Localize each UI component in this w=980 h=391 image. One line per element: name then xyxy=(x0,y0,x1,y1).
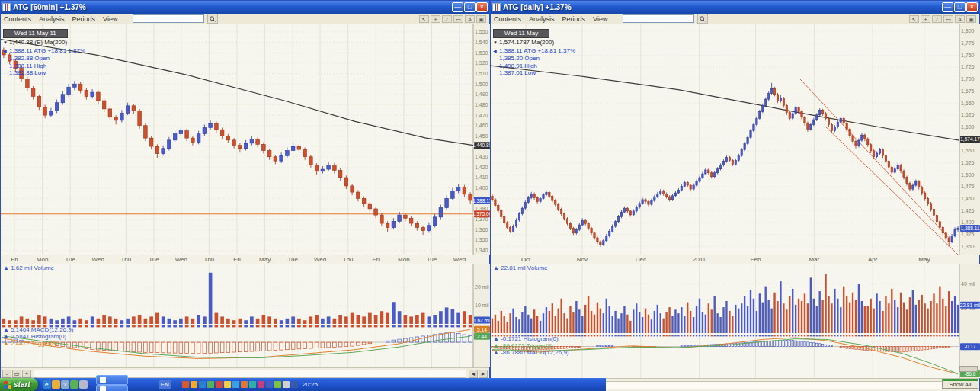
window-title: ATG [daily] +1.37% xyxy=(503,3,940,11)
svg-text:1,360: 1,360 xyxy=(475,227,488,232)
search-icon[interactable] xyxy=(207,14,218,24)
menu-analysis[interactable]: Analysis xyxy=(39,15,65,23)
volume-panel[interactable]: 40 mil20 mil22.81 mil xyxy=(491,264,980,334)
symbol-search-input[interactable] xyxy=(133,14,204,23)
show-all-button[interactable]: Show All xyxy=(942,379,978,389)
tray-icon-11[interactable] xyxy=(266,381,273,388)
time-tick: Fri xyxy=(5,256,24,263)
time-tick: Fri xyxy=(227,256,247,263)
svg-text:5.14: 5.14 xyxy=(477,327,487,332)
time-tick: Tue xyxy=(60,256,80,263)
crosshair-tool-icon[interactable]: + xyxy=(921,15,930,23)
symbol-search-input[interactable] xyxy=(623,14,694,23)
tray-icon-9[interactable] xyxy=(249,381,256,388)
rectangle-tool-icon[interactable]: ▭ xyxy=(453,15,463,23)
zoom-reset-button[interactable]: ▭ xyxy=(12,370,21,378)
svg-text:20 mil: 20 mil xyxy=(475,284,489,290)
trendline-tool-icon[interactable]: ∕ xyxy=(442,15,452,23)
tray-icon-14[interactable] xyxy=(291,381,298,388)
trendline-tool-icon[interactable]: ∕ xyxy=(932,15,942,23)
svg-text:1,490: 1,490 xyxy=(475,91,488,97)
volume-panel[interactable]: 20 mil10 mil1.62 mil xyxy=(1,264,491,325)
text-tool-icon[interactable]: A xyxy=(955,15,965,23)
maximize-button[interactable]: □ xyxy=(954,2,966,12)
text-tool-icon[interactable]: A xyxy=(465,15,475,23)
rectangle-tool-icon[interactable]: ▭ xyxy=(943,15,953,23)
tray-icon-8[interactable] xyxy=(241,381,248,388)
titlebar-right[interactable]: ATG [daily] +1.37% — □ × xyxy=(491,1,979,14)
close-button[interactable]: × xyxy=(476,2,488,12)
menu-view[interactable]: View xyxy=(103,15,117,23)
close-button[interactable]: × xyxy=(966,2,978,12)
quick-launch: e? xyxy=(43,380,91,389)
tray-icon-4[interactable] xyxy=(207,381,214,388)
time-tick: Feb xyxy=(745,256,765,263)
language-indicator[interactable]: EN xyxy=(159,380,171,389)
minimize-button[interactable]: — xyxy=(452,2,463,12)
save-icon[interactable]: ▣ xyxy=(966,15,976,23)
zoom-in-button[interactable]: + xyxy=(22,370,31,378)
quicklaunch-media-icon[interactable] xyxy=(70,380,78,389)
svg-text:1,725: 1,725 xyxy=(961,64,975,69)
macd-panel-button[interactable] xyxy=(959,366,978,372)
scroll-right-button[interactable]: ► xyxy=(479,370,488,378)
time-tick: Tue xyxy=(283,256,303,263)
tray-icon-13[interactable] xyxy=(283,381,290,388)
svg-text:1,340: 1,340 xyxy=(475,248,488,253)
tray-icon-7[interactable] xyxy=(232,381,239,388)
svg-text:1,540: 1,540 xyxy=(475,40,488,45)
tray-icon-12[interactable] xyxy=(274,381,281,388)
svg-text:-0.17: -0.17 xyxy=(964,344,975,349)
search-icon[interactable] xyxy=(697,14,708,24)
menu-periods[interactable]: Periods xyxy=(72,15,96,23)
tray-icon-2[interactable] xyxy=(191,381,197,388)
price-chart[interactable]: 1,3501,3751,4001,4251,4501,4751,5001,525… xyxy=(491,24,980,255)
tray-icon-6[interactable] xyxy=(224,381,231,388)
start-button[interactable]: start xyxy=(0,378,38,391)
time-tick: Tue xyxy=(144,256,164,263)
menu-view[interactable]: View xyxy=(593,15,607,23)
menu-contents[interactable]: Contents xyxy=(4,15,31,23)
price-chart[interactable]: 1,3401,3501,3601,3701,3801,3901,4001,410… xyxy=(1,24,491,255)
menu-periods[interactable]: Periods xyxy=(562,15,586,23)
pointer-tool-icon[interactable]: ↖ xyxy=(909,15,919,23)
taskbar: start e? EN 20:25 xyxy=(0,378,606,391)
windows-logo-icon xyxy=(4,381,11,389)
quicklaunch-folder-icon[interactable] xyxy=(52,380,60,389)
scroll-left-button[interactable]: ◄ xyxy=(469,370,478,378)
quicklaunch-app-icon[interactable] xyxy=(79,380,88,389)
tray-icon-3[interactable] xyxy=(199,381,206,388)
macd-panel[interactable]: 5.142.44 xyxy=(1,325,491,367)
svg-text:1,625: 1,625 xyxy=(961,112,975,117)
time-tick: Thu xyxy=(116,256,136,263)
quicklaunch-browser-icon[interactable]: e xyxy=(43,380,51,389)
svg-text:1,510: 1,510 xyxy=(475,71,488,76)
svg-text:1,410: 1,410 xyxy=(475,175,488,180)
time-tick: Thu xyxy=(338,256,358,263)
tray-icon-10[interactable] xyxy=(258,381,264,388)
menu-contents[interactable]: Contents xyxy=(494,15,521,23)
taskbar-window-button[interactable] xyxy=(96,385,128,391)
crosshair-tool-icon[interactable]: + xyxy=(431,15,440,23)
menu-analysis[interactable]: Analysis xyxy=(529,15,555,23)
svg-text:1,700: 1,700 xyxy=(961,76,975,82)
save-icon[interactable]: ▣ xyxy=(476,15,486,23)
app-icon xyxy=(492,3,501,11)
taskbar-window-button[interactable] xyxy=(96,375,128,385)
tray-icon-1[interactable] xyxy=(182,381,189,388)
zoom-out-button[interactable]: - xyxy=(2,370,11,378)
minimize-button[interactable]: — xyxy=(942,2,953,12)
svg-text:1,500: 1,500 xyxy=(961,172,975,178)
maximize-button[interactable]: □ xyxy=(464,2,476,12)
svg-text:1,350: 1,350 xyxy=(475,237,488,242)
pointer-tool-icon[interactable]: ↖ xyxy=(419,15,429,23)
titlebar-left[interactable]: ATG [60min] +1.37% — □ × xyxy=(1,1,489,14)
time-tick: Thu xyxy=(199,256,219,263)
tray-icon-5[interactable] xyxy=(216,381,223,388)
quicklaunch-help-icon[interactable]: ? xyxy=(61,380,69,389)
system-tray: 20:25 xyxy=(178,381,322,388)
svg-text:1,420: 1,420 xyxy=(475,165,488,170)
svg-text:1,430: 1,430 xyxy=(475,154,488,159)
macd-panel[interactable]: -0.17-86.6 xyxy=(491,334,980,378)
taskbar-clock: 20:25 xyxy=(303,381,318,388)
